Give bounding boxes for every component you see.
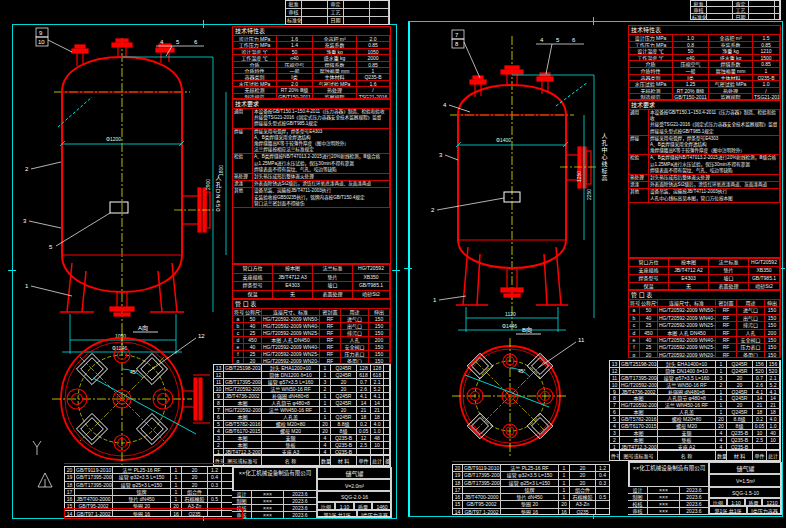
- table-cell: 垫片 dN450: [113, 496, 171, 503]
- table-cell: HG/T20592-2009 WN40-16: [658, 315, 716, 322]
- table-cell: 日期: [733, 14, 749, 20]
- table-cell: 公称尺寸: [244, 309, 262, 316]
- table-cell: 1: [320, 372, 331, 379]
- table-cell: [384, 428, 390, 435]
- table-cell: 表面处理: [313, 291, 353, 300]
- table-cell: 焊条型号: [629, 275, 669, 283]
- table-cell: [384, 386, 390, 393]
- table-cell: Q245R: [727, 409, 753, 416]
- table-row: 18GB/T17395-2008接管 φ25×3 L=1501200.3: [453, 480, 609, 487]
- table-cell: [596, 509, 610, 515]
- table-cell: 4.1: [371, 393, 384, 400]
- table-cell: 4.1: [767, 389, 780, 396]
- table-cell: 1: [171, 474, 182, 481]
- table-cell: Q245R: [331, 414, 357, 421]
- table-cell: 公称尺寸: [640, 300, 658, 307]
- table-cell: 150: [369, 344, 390, 351]
- table-row: 8本图人孔筒节 φ480×81Q245R1414: [214, 400, 390, 407]
- table-cell: 设计: [232, 491, 252, 498]
- table-cell: 日期: [328, 17, 344, 25]
- table-row: b40HG/T20592-2009 WN40-16RF出气口150: [629, 315, 780, 322]
- table-row: 热处理封头热压成形后整体退火处理: [629, 175, 780, 182]
- table-cell: 520: [753, 368, 767, 375]
- table-cell: g: [629, 352, 640, 358]
- table-cell: 2.1: [767, 375, 780, 382]
- table-cell: /: [753, 88, 780, 95]
- table-cell: 2023.6: [284, 512, 317, 518]
- table-cell: [208, 489, 222, 496]
- table-cell: 批准: [286, 1, 302, 9]
- table-cell: 1: [716, 395, 727, 402]
- table-cell: RF: [320, 316, 341, 323]
- table-cell: 连接尺寸、标准: [658, 300, 716, 307]
- table-cell: 4: [610, 423, 620, 430]
- table-row: 6本图人孔盖1Q245R1818: [214, 414, 390, 421]
- table-cell: 出气口: [341, 323, 369, 330]
- table-cell: [384, 414, 390, 421]
- table-cell: 法兰 WN50-16 RF: [262, 386, 320, 393]
- table-cell: 1: [716, 389, 727, 396]
- table-row: 其他设备吊装、运输按JB/T4711-2003执行 安装验收按GB50235执行…: [233, 188, 390, 208]
- table-cell: GB/T17395-2008: [75, 482, 113, 489]
- left-nozzle-table: 管 口 表 符号公称尺寸连接尺寸、标准密封面用途伸出 a50HG/T20592-…: [232, 299, 391, 364]
- table-cell: JB/T4700-2000: [75, 496, 113, 503]
- table-row: 设计温度 ℃50净重 kg1210: [629, 48, 780, 55]
- table-cell: 12: [357, 435, 371, 442]
- tech-table-title: 技术特性表: [233, 27, 390, 36]
- vessel-class: Ⅰ类压力容器: [357, 510, 392, 518]
- table-cell: 2.6: [753, 382, 767, 389]
- table-cell: 2.5: [753, 437, 767, 444]
- table-row: 符号公称尺寸连接尺寸、标准密封面用途伸出: [629, 300, 780, 307]
- table-cell: 200: [765, 330, 780, 337]
- table-cell: HG/T20592-2009: [224, 386, 262, 393]
- drawing-number: SQG-1.5-10: [709, 487, 782, 498]
- table-cell: 铭牌: [501, 487, 559, 494]
- table-row: 件号图号或标准号名 称数量材 料单件总计备注: [610, 451, 780, 461]
- table-cell: [302, 1, 328, 9]
- table-cell: 9: [610, 389, 620, 396]
- table-cell: 筒体 DN1200 δ=10: [262, 372, 320, 379]
- table-cell: [463, 487, 501, 494]
- left-parts-list: 13GB/T25198-2010封头 EHA1200×101Q245R12812…: [213, 364, 391, 455]
- table-row: 通用本设备按GB/T150.1~150.4-2011《压力容器》制造、检验和验收…: [629, 110, 780, 136]
- table-cell: 128: [371, 365, 384, 372]
- table-row: 9JB/T4736-2002补强圈 dN480×81Q245R4.14.1: [610, 389, 780, 396]
- table-cell: 单件: [357, 456, 371, 466]
- table-cell: [780, 416, 781, 423]
- table-row: 支座规格JB/T4712 A3垫片XB350: [233, 274, 390, 283]
- table-row: f25HG/T20592-2009 WN25-16RF压力表口150: [233, 351, 390, 358]
- table-cell: 接管 φ32×3.5 L=150: [501, 472, 559, 479]
- table-cell: 156: [767, 361, 780, 368]
- table-cell: 封头热压成形后整体退火处理: [253, 174, 390, 181]
- table-cell: 20: [570, 465, 596, 472]
- table-cell: 20: [570, 480, 596, 487]
- cad-drawing-canvas[interactable]: Φ1200 1800 2900 1050 Φ1246 9 10 2 3 5 1 …: [0, 0, 786, 528]
- table-cell: 1500: [753, 55, 780, 62]
- table-cell: 焊接采用电弧焊，焊条型号E4303 A、B类焊缝采用全焊透结构 角焊缝腰高K等于…: [649, 136, 780, 156]
- table-cell: GB/T17395-2008: [224, 379, 262, 386]
- table-cell: 焊接采用电弧焊，焊条型号E4303 A、B类焊缝采用全焊透结构 角焊缝腰高K等于…: [253, 129, 390, 155]
- table-cell: [384, 421, 390, 428]
- table-cell: XB350: [749, 267, 780, 275]
- table-cell: 2.5: [357, 442, 371, 449]
- table-row: c25HG/T20592-2009 WN25-16RF排污口150: [629, 322, 780, 329]
- table-cell: [224, 372, 262, 379]
- table-row: 4GB/T6170-2015螺母 M20208级0.051.0: [214, 428, 390, 435]
- table-cell: HG/T20592-2009: [224, 407, 262, 414]
- table-cell: 铭牌: [113, 489, 171, 496]
- table-cell: GB/T17395-2008: [463, 472, 501, 479]
- table-cell: 名 称: [658, 451, 716, 461]
- table-cell: 检验: [233, 154, 253, 174]
- table-cell: 备用口: [737, 352, 765, 358]
- table-cell: 按本图: [273, 265, 313, 274]
- table-cell: 0.3: [596, 480, 610, 487]
- table-cell: [384, 372, 390, 379]
- table-cell: 20: [65, 467, 75, 474]
- table-cell: GB/T25198-2010: [224, 365, 262, 372]
- table-cell: 一般: [673, 68, 709, 75]
- table-cell: 10: [610, 382, 620, 389]
- table-cell: 1: [559, 487, 570, 494]
- table-cell: 2.6: [357, 386, 371, 393]
- table-cell: GB/T5782-2016: [224, 421, 262, 428]
- table-cell: 垫片 dN450: [501, 494, 559, 501]
